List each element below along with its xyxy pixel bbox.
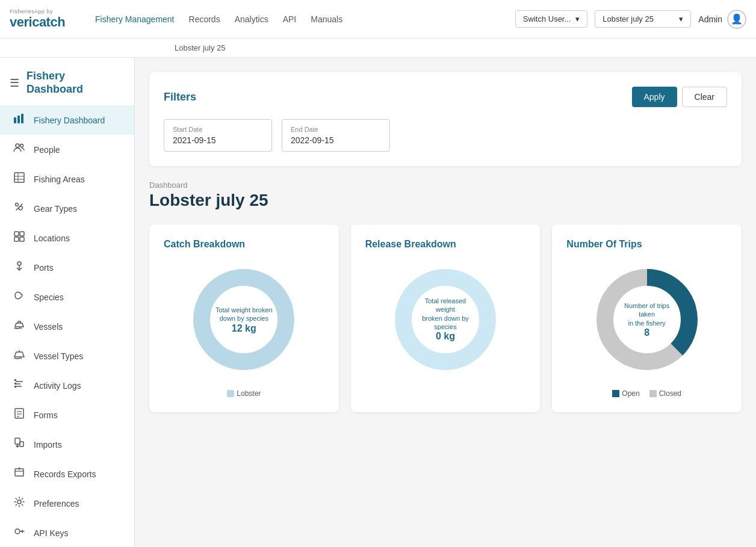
release-center-value: 0 kg: [415, 332, 476, 342]
sidebar-item-imports[interactable]: Imports: [0, 430, 134, 459]
sidebar-item-locations[interactable]: Locations: [0, 223, 134, 253]
sidebar-item-gear-types[interactable]: Gear Types: [0, 194, 134, 223]
avatar[interactable]: 👤: [727, 10, 746, 29]
admin-label: Admin: [698, 14, 722, 24]
svg-rect-5: [14, 173, 24, 182]
vessel-types-icon: [12, 348, 26, 363]
filters-actions: Apply Clear: [632, 87, 728, 107]
svg-rect-19: [14, 383, 16, 385]
end-date-field[interactable]: End Date 2022-09-15: [282, 119, 390, 152]
main-content: Filters Apply Clear Start Date 2021-09-1…: [135, 58, 756, 547]
catch-breakdown-card: Catch Breakdown Total weight brokendown …: [149, 224, 339, 412]
svg-rect-25: [15, 438, 20, 444]
sidebar-item-label-vessel-types: Vessel Types: [34, 351, 83, 361]
activity-logs-icon: [12, 378, 26, 393]
svg-point-3: [16, 144, 19, 147]
sidebar-item-label-vessels: Vessels: [34, 322, 63, 332]
vessels-icon: [12, 319, 26, 334]
fishery-chevron-icon: ▾: [679, 14, 683, 23]
ports-icon: [12, 260, 26, 275]
sidebar-item-vessel-types[interactable]: Vessel Types: [0, 341, 134, 371]
sidebar-item-records-exports[interactable]: Records Exports: [0, 459, 134, 489]
breadcrumb: Lobster july 25: [0, 39, 756, 58]
catch-center-label: Total weight brokendown by species: [215, 306, 273, 323]
sidebar-item-label-ports: Ports: [34, 263, 54, 273]
menu-item-records[interactable]: Records: [189, 12, 220, 26]
hamburger-icon[interactable]: ☰: [10, 76, 19, 90]
filters-row: Start Date 2021-09-15 End Date 2022-09-1…: [164, 119, 727, 152]
svg-point-30: [15, 529, 20, 534]
sidebar-item-label-activity-logs: Activity Logs: [34, 381, 81, 391]
trips-center-label: Number of trips takenin the fishery: [617, 301, 677, 327]
trips-center-value: 8: [617, 327, 677, 338]
trips-closed-dot: [649, 390, 657, 397]
topnav: FisheriesApp by vericatch Fishery Manage…: [0, 0, 756, 39]
menu-item-manuals[interactable]: Manuals: [311, 12, 342, 26]
release-center-label: Total released weightbroken down by spec…: [415, 297, 476, 331]
svg-rect-18: [14, 379, 16, 381]
menu-item-analytics[interactable]: Analytics: [235, 12, 268, 26]
avatar-icon: 👤: [731, 13, 743, 25]
svg-point-6: [16, 203, 19, 206]
switch-user-button[interactable]: Switch User... ▾: [515, 10, 587, 28]
svg-point-29: [17, 500, 21, 504]
imports-icon: [12, 437, 26, 452]
sidebar-item-label-gear-types: Gear Types: [34, 204, 77, 214]
trips-legend-open: Open: [612, 389, 639, 398]
sidebar-item-api-keys[interactable]: API Keys: [0, 518, 134, 547]
sidebar-item-ports[interactable]: Ports: [0, 253, 134, 282]
end-date-label: End Date: [291, 126, 381, 133]
trips-card: Number Of Trips Number of trips taken: [552, 224, 742, 412]
sidebar-item-fishery-dashboard[interactable]: Fishery Dashboard: [0, 105, 134, 135]
sidebar-item-vessels[interactable]: Vessels: [0, 312, 134, 341]
sidebar-item-forms[interactable]: Forms: [0, 400, 134, 430]
dashboard-label: Dashboard: [149, 181, 742, 190]
trips-donut-wrapper: Number of trips takenin the fishery 8: [587, 259, 707, 380]
svg-rect-2: [21, 114, 23, 123]
release-breakdown-card: Release Breakdown Total released weightb…: [351, 224, 541, 412]
sidebar-item-label-imports: Imports: [34, 440, 62, 450]
catch-legend-label: Lobster: [237, 389, 261, 398]
bar-chart-icon: [12, 113, 26, 128]
topnav-right: Switch User... ▾ Lobster july 25 ▾ Admin…: [515, 10, 746, 29]
svg-point-4: [20, 144, 23, 147]
filters-panel: Filters Apply Clear Start Date 2021-09-1…: [149, 72, 742, 166]
trips-closed-label: Closed: [659, 389, 681, 398]
sidebar-header: ☰ Fishery Dashboard: [0, 58, 134, 100]
catch-legend: Lobster: [227, 389, 261, 398]
sidebar-item-people[interactable]: People: [0, 135, 134, 164]
svg-rect-10: [20, 237, 24, 241]
menu-item-fishery-management[interactable]: Fishery Management: [95, 12, 175, 26]
svg-rect-8: [20, 232, 24, 236]
species-icon: [12, 289, 26, 304]
records-exports-icon: [12, 466, 26, 481]
top-menu: Fishery Management Records Analytics API…: [95, 12, 515, 26]
end-date-value: 2022-09-15: [291, 135, 381, 145]
sidebar-item-activity-logs[interactable]: Activity Logs: [0, 371, 134, 400]
dashboard-title: Lobster july 25: [149, 191, 742, 210]
trips-donut-center: Number of trips takenin the fishery 8: [617, 301, 677, 338]
sidebar-item-label-people: People: [34, 145, 60, 155]
sidebar-item-label-species: Species: [34, 292, 64, 302]
catch-center-value: 12 kg: [215, 323, 273, 333]
trips-title: Number Of Trips: [566, 239, 727, 250]
admin-section[interactable]: Admin 👤: [698, 10, 746, 29]
start-date-field[interactable]: Start Date 2021-09-15: [164, 119, 272, 152]
dashboard-section: Dashboard Lobster july 25: [149, 181, 742, 210]
menu-item-api[interactable]: API: [283, 12, 297, 26]
svg-point-13: [21, 294, 22, 295]
fishery-selector[interactable]: Lobster july 25 ▾: [595, 10, 691, 28]
sidebar-item-label-forms: Forms: [34, 410, 58, 420]
sidebar-item-fishing-areas[interactable]: Fishing Areas: [0, 164, 134, 194]
svg-rect-1: [17, 116, 20, 123]
sidebar-item-label-preferences: Preferences: [34, 499, 79, 508]
start-date-value: 2021-09-15: [173, 135, 263, 145]
catch-donut-wrapper: Total weight brokendown by species 12 kg: [184, 259, 304, 380]
sidebar-item-label-locations: Locations: [34, 233, 70, 243]
sidebar-item-preferences[interactable]: Preferences: [0, 489, 134, 518]
trips-legend: Open Closed: [612, 389, 681, 398]
sidebar-item-species[interactable]: Species: [0, 282, 134, 312]
apply-button[interactable]: Apply: [632, 87, 677, 107]
filters-title: Filters: [164, 91, 196, 104]
clear-button[interactable]: Clear: [682, 87, 727, 107]
